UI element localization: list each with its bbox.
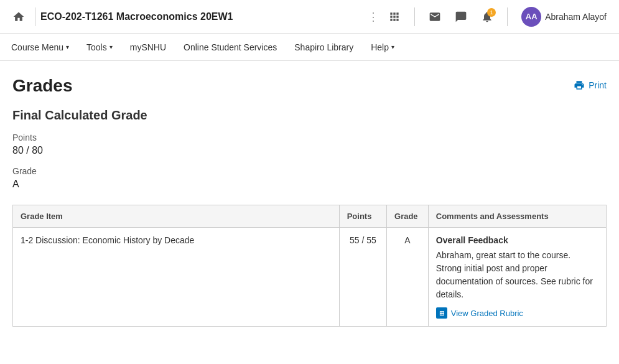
nav-help[interactable]: Help ▾	[362, 34, 403, 61]
chevron-down-icon: ▾	[109, 44, 113, 50]
more-options-icon[interactable]: ⋮	[368, 10, 379, 24]
chevron-down-icon: ▾	[66, 44, 69, 50]
section-title: Final Calculated Grade	[12, 108, 607, 123]
grade-item-name: 1-2 Discussion: Economic History by Deca…	[13, 228, 340, 327]
rubric-link-label: View Graded Rubric	[451, 309, 523, 318]
grade-item-points: 55 / 55	[339, 228, 386, 327]
view-rubric-link[interactable]: ⊞ View Graded Rubric	[436, 307, 598, 319]
points-label: Points	[12, 133, 607, 142]
print-button[interactable]: Print	[574, 80, 607, 91]
course-title: ECO-202-T1261 Macroeconomics 20EW1	[40, 11, 368, 22]
points-value: 80 / 80	[12, 145, 607, 156]
feedback-label: Overall Feedback	[436, 235, 598, 245]
nav-mysnhu[interactable]: mySNHU	[121, 34, 175, 61]
grade-value: A	[12, 179, 607, 190]
avatar-name: Abraham Alayof	[545, 12, 607, 22]
feedback-text: Abraham, great start to the course. Stro…	[436, 249, 598, 301]
user-avatar-button[interactable]: AA Abraham Alayof	[516, 6, 612, 28]
table-header-row: Grade Item Points Grade Comments and Ass…	[13, 205, 607, 228]
chevron-down-icon: ▾	[391, 44, 394, 50]
mail-button[interactable]	[424, 6, 446, 28]
page-title: Grades	[12, 76, 73, 96]
grade-label: Grade	[12, 166, 607, 176]
notifications-button[interactable]: 1	[476, 6, 498, 28]
col-header-points: Points	[339, 205, 386, 228]
notification-badge: 1	[487, 8, 496, 17]
avatar: AA	[521, 7, 541, 27]
top-header: ECO-202-T1261 Macroeconomics 20EW1 ⋮ 1	[0, 0, 619, 34]
nav-tools[interactable]: Tools ▾	[78, 34, 121, 61]
grade-section: Grade A	[12, 166, 607, 190]
nav-online-student-services[interactable]: Online Student Services	[175, 34, 286, 61]
rubric-icon: ⊞	[436, 307, 447, 319]
col-header-comments: Comments and Assessments	[428, 205, 606, 228]
nav-shapiro-library[interactable]: Shapiro Library	[286, 34, 362, 61]
nav-bar: Course Menu ▾ Tools ▾ mySNHU Online Stud…	[0, 34, 619, 61]
apps-button[interactable]	[383, 6, 406, 28]
points-section: Points 80 / 80	[12, 133, 607, 156]
chat-button[interactable]	[450, 6, 472, 28]
home-button[interactable]	[7, 6, 30, 28]
print-label: Print	[589, 80, 607, 90]
grade-item-comments: Overall Feedback Abraham, great start to…	[428, 228, 606, 327]
grades-header: Grades Print	[12, 76, 607, 96]
header-divider-1	[35, 7, 35, 26]
nav-course-menu[interactable]: Course Menu ▾	[2, 34, 78, 61]
header-divider-2	[414, 7, 415, 26]
col-header-grade: Grade	[387, 205, 429, 228]
col-header-grade-item: Grade Item	[13, 205, 340, 228]
header-divider-3	[507, 7, 508, 26]
grade-table: Grade Item Points Grade Comments and Ass…	[12, 205, 607, 327]
table-row: 1-2 Discussion: Economic History by Deca…	[13, 228, 607, 327]
grade-item-grade: A	[387, 228, 429, 327]
header-right-icons: ⋮ 1 AA Abraham Alayof	[368, 6, 612, 28]
main-content: Grades Print Final Calculated Grade Poin…	[0, 61, 619, 342]
